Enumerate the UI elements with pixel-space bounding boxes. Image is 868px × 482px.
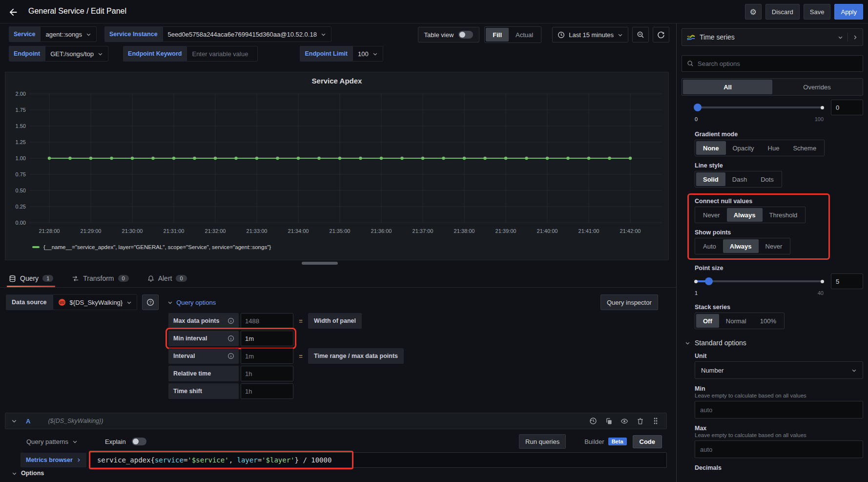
service-instance-dropdown[interactable]: 5eed0e5758a244aca6e7699415d360aa@10.52.0… (163, 26, 331, 42)
metrics-browser-button[interactable]: Metrics browser (21, 453, 86, 467)
panel-settings-button[interactable]: ⚙ (745, 4, 762, 20)
stack-series-off[interactable]: Off (696, 314, 719, 328)
series-point[interactable] (214, 157, 217, 160)
stack-series-normal[interactable]: Normal (719, 314, 753, 328)
series-point[interactable] (338, 157, 341, 160)
datasource-picker[interactable]: ${DS_SkyWalking} (53, 294, 138, 310)
slider-handle[interactable] (694, 104, 702, 111)
series-point[interactable] (89, 157, 92, 160)
line-style-dots[interactable]: Dots (754, 172, 781, 186)
max-input[interactable] (695, 440, 863, 458)
duplicate-icon[interactable] (605, 417, 613, 425)
connect-null-values-never[interactable]: Never (696, 208, 727, 222)
series-point[interactable] (234, 157, 237, 160)
show-points-auto[interactable]: Auto (696, 239, 723, 253)
tab-transform[interactable]: Transform0 (70, 270, 130, 287)
series-point[interactable] (151, 157, 154, 160)
save-button[interactable]: Save (804, 4, 831, 20)
options-search-input[interactable] (698, 60, 858, 67)
time-shift-input[interactable] (241, 383, 293, 399)
series-point[interactable] (629, 157, 632, 160)
slider-track[interactable] (695, 106, 824, 108)
series-point[interactable] (463, 157, 466, 160)
gradient-mode-none[interactable]: None (696, 141, 726, 155)
slider-track[interactable] (695, 280, 824, 282)
history-icon[interactable] (589, 417, 597, 425)
promql-expression[interactable]: service_apdex{service='$service', layer=… (97, 456, 332, 464)
series-point[interactable] (525, 157, 528, 160)
series-point[interactable] (193, 157, 196, 160)
line-style-solid[interactable]: Solid (696, 172, 725, 186)
series-point[interactable] (483, 157, 486, 160)
tab-alert[interactable]: Alert0 (145, 270, 189, 287)
slider-handle[interactable] (705, 277, 713, 285)
time-range-picker[interactable]: Last 15 minutes (552, 27, 628, 42)
series-point[interactable] (255, 157, 258, 160)
series-point[interactable] (276, 157, 279, 160)
query-patterns-dropdown[interactable]: Query patterns (26, 438, 78, 445)
builder-mode-label[interactable]: Builder (584, 438, 604, 445)
explain-switch[interactable] (132, 438, 146, 445)
series-point[interactable] (421, 157, 424, 160)
timeseries-chart[interactable]: 2.001.751.501.251.000.750.500.250.0021:2… (5, 88, 669, 239)
connect-null-values-threshold[interactable]: Threshold (763, 208, 805, 222)
panel-resize-handle[interactable] (302, 262, 338, 265)
chart-legend[interactable]: {__name__="service_apdex", layer="GENERA… (32, 244, 271, 250)
connect-null-values-always[interactable]: Always (727, 208, 763, 222)
apply-button[interactable]: Apply (834, 4, 863, 20)
view-mode-fill[interactable]: Fill (486, 28, 509, 42)
run-queries-button[interactable]: Run queries (519, 434, 566, 449)
chevron-down-icon[interactable] (11, 418, 17, 424)
series-point[interactable] (131, 157, 134, 160)
stack-series-100[interactable]: 100% (753, 314, 783, 328)
query-options-header[interactable]: Query options (167, 299, 216, 306)
discard-button[interactable]: Discard (765, 4, 800, 20)
standard-options-header[interactable]: Standard options (685, 339, 863, 347)
endpoint-limit-dropdown[interactable]: 100 (352, 46, 383, 62)
visualization-picker[interactable]: Time series (682, 28, 863, 46)
refresh-button[interactable] (653, 27, 669, 42)
show-points-always[interactable]: Always (723, 239, 759, 253)
chevron-right-icon[interactable] (852, 35, 858, 40)
series-point[interactable] (317, 157, 320, 160)
line-style-dash[interactable]: Dash (725, 172, 754, 186)
query-inspector-button[interactable]: Query inspector (600, 294, 658, 310)
options-search-box[interactable] (682, 55, 863, 72)
series-point[interactable] (608, 157, 611, 160)
point-size-slider[interactable] (695, 276, 824, 286)
view-mode-actual[interactable]: Actual (509, 28, 540, 42)
service-variable-dropdown[interactable]: agent::songs (40, 26, 96, 42)
series-point[interactable] (442, 157, 445, 160)
datasource-help-button[interactable]: ? (142, 294, 159, 310)
fill-opacity-value[interactable] (831, 100, 863, 115)
point-size-value[interactable] (831, 273, 863, 289)
drag-handle-icon[interactable] (652, 417, 660, 425)
series-point[interactable] (566, 157, 569, 160)
min-input[interactable] (695, 401, 863, 419)
tab-query[interactable]: Query1 (7, 270, 55, 287)
series-point[interactable] (359, 157, 362, 160)
series-point[interactable] (380, 157, 383, 160)
series-point[interactable] (504, 157, 507, 160)
table-view-switch[interactable] (458, 31, 473, 39)
back-arrow-icon[interactable] (7, 6, 20, 19)
series-point[interactable] (297, 157, 300, 160)
eye-icon[interactable] (620, 417, 628, 425)
tab-all[interactable]: All (683, 80, 772, 94)
tab-overrides[interactable]: Overrides (772, 80, 862, 94)
promql-code-editor[interactable]: service_apdex{service='$service', layer=… (89, 452, 667, 468)
zoom-out-button[interactable] (632, 27, 649, 42)
series-point[interactable] (48, 157, 51, 160)
relative-time-input[interactable] (241, 366, 293, 381)
gradient-mode-opacity[interactable]: Opacity (726, 141, 761, 155)
interval-input[interactable] (241, 348, 293, 364)
series-point[interactable] (400, 157, 403, 160)
series-point[interactable] (110, 157, 113, 160)
min-interval-input[interactable] (241, 331, 293, 346)
trash-icon[interactable] (636, 417, 644, 425)
query-ref-row[interactable]: A (${DS_SkyWalking}) (5, 413, 667, 429)
unit-select[interactable]: Number (695, 361, 863, 379)
chart-plot-area[interactable]: 2.001.751.501.251.000.750.500.250.0021:2… (5, 88, 669, 239)
fill-opacity-slider[interactable] (695, 103, 824, 112)
code-mode-button[interactable]: Code (633, 435, 662, 448)
